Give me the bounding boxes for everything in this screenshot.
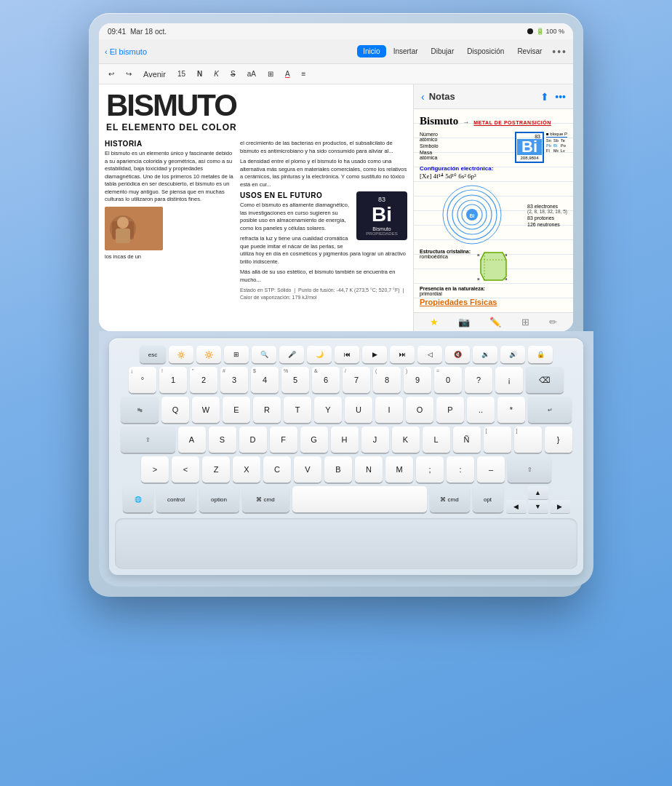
key-r[interactable]: R xyxy=(253,397,281,423)
tab-inicio[interactable]: Inicio xyxy=(357,45,385,57)
caps-lock-key[interactable]: ⇪ xyxy=(121,426,175,453)
key-question[interactable]: ? xyxy=(465,367,492,393)
font-size[interactable]: 15 xyxy=(174,68,189,79)
key-4[interactable]: $4 xyxy=(251,367,279,393)
key-h[interactable]: H xyxy=(331,426,359,453)
key-d[interactable]: D xyxy=(239,426,267,453)
vol-up-key[interactable]: 🔊 xyxy=(500,346,525,363)
key-g[interactable]: G xyxy=(300,426,328,453)
arrow-right-key[interactable]: ▶ xyxy=(550,500,570,513)
key-y[interactable]: Y xyxy=(314,397,342,423)
lock-key[interactable]: 🔒 xyxy=(528,346,553,363)
tab-dibujar[interactable]: Dibujar xyxy=(425,45,460,57)
key-e[interactable]: E xyxy=(223,397,250,423)
notes-footer-compose-icon[interactable]: ✏ xyxy=(549,317,557,328)
right-cmd-key[interactable]: ⌘ cmd xyxy=(430,486,470,512)
key-t[interactable]: T xyxy=(284,397,311,423)
backspace-key[interactable]: ⌫ xyxy=(526,367,564,393)
key-j[interactable]: J xyxy=(361,426,389,453)
format-options-button[interactable]: ⊞ xyxy=(264,68,277,79)
tab-disposicion[interactable]: Disposición xyxy=(461,45,510,57)
key-2[interactable]: "2 xyxy=(190,367,217,393)
notes-footer-draw-icon[interactable]: ✏️ xyxy=(489,317,501,328)
key-a[interactable]: A xyxy=(178,426,206,453)
key-f[interactable]: F xyxy=(270,426,297,453)
mission-control-key[interactable]: ⊞ xyxy=(224,346,249,363)
return-key[interactable]: ↵ xyxy=(528,397,572,423)
back-button[interactable]: ‹ El bismuto xyxy=(105,47,147,56)
key-close-bracket[interactable]: ] xyxy=(514,426,542,453)
back-key[interactable]: ◁ xyxy=(417,346,442,363)
key-5[interactable]: %5 xyxy=(281,367,309,393)
notes-share-icon[interactable]: ⬆ xyxy=(540,91,549,103)
text-options-button[interactable]: aA xyxy=(244,68,260,79)
key-semicolon[interactable]: ; xyxy=(416,456,444,483)
key-i[interactable]: I xyxy=(375,397,403,423)
arrow-left-key[interactable]: ◀ xyxy=(506,500,527,513)
play-pause-key[interactable]: ▶ xyxy=(362,346,387,363)
key-9[interactable]: )9 xyxy=(404,367,431,393)
key-l[interactable]: L xyxy=(423,426,450,453)
key-dash[interactable]: – xyxy=(477,456,505,483)
key-8[interactable]: (8 xyxy=(373,367,401,393)
key-asterisk[interactable]: * xyxy=(497,397,525,423)
brightness-up-key[interactable]: 🔆 xyxy=(196,346,221,363)
font-selector[interactable]: Avenir xyxy=(140,68,169,80)
key-colon[interactable]: : xyxy=(447,456,474,483)
key-open-bracket[interactable]: [ xyxy=(484,426,511,453)
tab-key[interactable]: ↹ xyxy=(121,397,159,423)
key-k[interactable]: K xyxy=(392,426,420,453)
next-track-key[interactable]: ⏭ xyxy=(390,346,415,363)
key-u[interactable]: U xyxy=(345,397,372,423)
arrow-up-key[interactable]: ▲ xyxy=(528,486,548,499)
key-v[interactable]: V xyxy=(294,456,321,483)
key-p[interactable]: P xyxy=(436,397,464,423)
arrow-down-key[interactable]: ▼ xyxy=(528,500,548,513)
option-key[interactable]: option xyxy=(199,486,239,512)
tab-insertar[interactable]: Insertar xyxy=(388,45,424,57)
key-0[interactable]: =0 xyxy=(434,367,462,393)
do-not-disturb-key[interactable]: 🌙 xyxy=(307,346,332,363)
search-key[interactable]: 🔍 xyxy=(252,346,276,363)
mute-key[interactable]: 🔇 xyxy=(445,346,470,363)
pages-document[interactable]: BISMUTO EL ELEMENTO DEL COLOR HISTORIA E… xyxy=(99,84,413,331)
notes-footer-table-icon[interactable]: ⊞ xyxy=(521,317,529,328)
notes-footer-camera-icon[interactable]: 📷 xyxy=(458,317,470,328)
right-shift-key[interactable]: ⇧ xyxy=(508,456,551,483)
key-6[interactable]: &6 xyxy=(312,367,340,393)
color-button[interactable]: A xyxy=(281,68,294,79)
key-w[interactable]: W xyxy=(192,397,220,423)
list-button[interactable]: ≡ xyxy=(298,68,310,79)
key-m[interactable]: M xyxy=(385,456,413,483)
key-7[interactable]: /7 xyxy=(343,367,370,393)
vol-down-key[interactable]: 🔉 xyxy=(473,346,497,363)
key-lt[interactable]: < xyxy=(172,456,199,483)
key-enie[interactable]: Ñ xyxy=(453,426,481,453)
redo-button[interactable]: ↪ xyxy=(122,68,135,79)
spacebar-key[interactable] xyxy=(292,486,427,512)
notes-back-icon[interactable]: ‹ xyxy=(421,91,425,103)
key-dotdot[interactable]: .. xyxy=(467,397,495,423)
key-b[interactable]: B xyxy=(324,456,352,483)
globe-key[interactable]: 🌐 xyxy=(123,486,153,512)
key-o[interactable]: O xyxy=(406,397,433,423)
notes-footer-star-icon[interactable]: ★ xyxy=(430,317,439,328)
key-c[interactable]: C xyxy=(263,456,291,483)
notes-more-icon[interactable]: ••• xyxy=(555,91,566,103)
key-degree[interactable]: ¡° xyxy=(129,367,156,393)
key-n[interactable]: N xyxy=(355,456,383,483)
key-excl[interactable]: ¡ xyxy=(495,367,523,393)
key-s[interactable]: S xyxy=(209,426,236,453)
brightness-down-key[interactable]: 🔅 xyxy=(169,346,193,363)
key-3[interactable]: #3 xyxy=(220,367,248,393)
tab-revisar[interactable]: Revisar xyxy=(511,45,548,57)
microphone-key[interactable]: 🎤 xyxy=(279,346,304,363)
bold-button[interactable]: N xyxy=(193,68,206,79)
key-z[interactable]: Z xyxy=(202,456,230,483)
trackpad[interactable] xyxy=(115,518,577,569)
pages-more-button[interactable]: ••• xyxy=(552,46,567,57)
key-gt[interactable]: > xyxy=(141,456,169,483)
strikethrough-button[interactable]: S xyxy=(227,68,239,79)
notes-body[interactable]: Bismuto → METAL DE POSTRANSICIÓN Númeroa… xyxy=(414,109,573,312)
key-close-brace[interactable]: } xyxy=(545,426,572,453)
